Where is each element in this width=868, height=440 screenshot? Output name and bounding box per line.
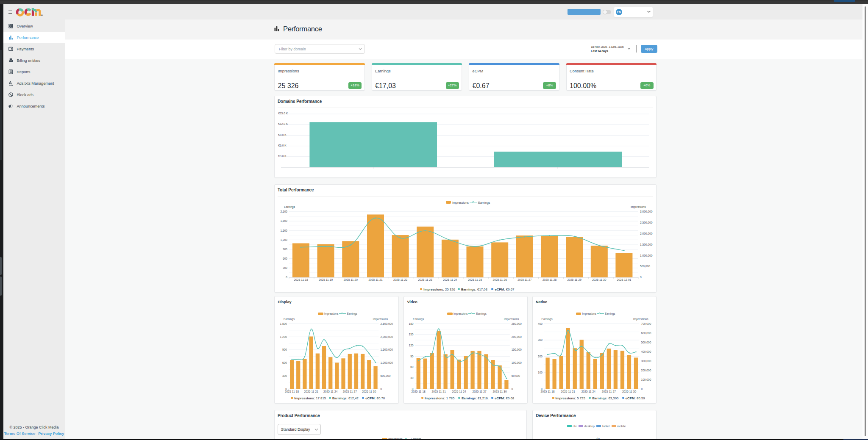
svg-text:2,100: 2,100 bbox=[280, 210, 287, 213]
svg-text:2025-11-29: 2025-11-29 bbox=[568, 278, 582, 281]
svg-text:3,000,000: 3,000,000 bbox=[640, 210, 653, 213]
svg-text:90: 90 bbox=[410, 355, 414, 358]
svg-text:2025-11-18: 2025-11-18 bbox=[294, 278, 308, 281]
svg-text:50,000: 50,000 bbox=[512, 374, 520, 377]
svg-text:2025-11-18: 2025-11-18 bbox=[412, 390, 426, 393]
svg-text:300: 300 bbox=[537, 338, 542, 341]
svg-text:€3.0 K: €3.0 K bbox=[278, 155, 287, 158]
svg-text:2,000,000: 2,000,000 bbox=[640, 232, 653, 235]
svg-text:30: 30 bbox=[410, 376, 414, 379]
svg-text:200,000: 200,000 bbox=[641, 369, 651, 372]
svg-text:2025-11-30: 2025-11-30 bbox=[622, 390, 636, 393]
svg-text:2025-11-21: 2025-11-21 bbox=[368, 278, 383, 281]
svg-text:900: 900 bbox=[282, 348, 287, 351]
svg-text:2025-11-27: 2025-11-27 bbox=[517, 278, 532, 281]
svg-text:600: 600 bbox=[282, 361, 287, 364]
svg-text:1,000,000: 1,000,000 bbox=[381, 361, 393, 364]
svg-text:0: 0 bbox=[512, 387, 513, 390]
svg-text:1,200: 1,200 bbox=[280, 335, 287, 338]
svg-text:2025-11-18: 2025-11-18 bbox=[285, 390, 299, 393]
svg-text:2025-12-01: 2025-12-01 bbox=[617, 278, 632, 281]
svg-text:1,500,000: 1,500,000 bbox=[640, 243, 653, 246]
svg-text:150: 150 bbox=[409, 333, 413, 336]
svg-text:€12.0 K: €12.0 K bbox=[278, 122, 288, 125]
svg-text:2025-11-18: 2025-11-18 bbox=[540, 390, 555, 393]
svg-text:2025-11-28: 2025-11-28 bbox=[542, 278, 557, 281]
svg-text:2025-11-21: 2025-11-21 bbox=[432, 390, 446, 393]
svg-text:2025-11-21: 2025-11-21 bbox=[561, 390, 575, 393]
svg-text:120: 120 bbox=[409, 344, 413, 347]
svg-text:2025-11-21: 2025-11-21 bbox=[304, 390, 319, 393]
svg-text:600: 600 bbox=[283, 257, 287, 260]
svg-text:2025-11-24: 2025-11-24 bbox=[323, 390, 338, 393]
svg-text:400,000: 400,000 bbox=[641, 350, 651, 353]
svg-text:180: 180 bbox=[409, 322, 413, 325]
svg-text:1,500: 1,500 bbox=[280, 322, 287, 325]
svg-text:60: 60 bbox=[410, 365, 414, 368]
svg-text:2025-11-24: 2025-11-24 bbox=[581, 390, 595, 393]
svg-text:2,000,000: 2,000,000 bbox=[381, 335, 393, 338]
svg-text:200: 200 bbox=[537, 355, 542, 358]
svg-text:1,500,000: 1,500,000 bbox=[381, 348, 393, 351]
svg-text:600,000: 600,000 bbox=[641, 332, 651, 335]
svg-text:250,000: 250,000 bbox=[512, 322, 522, 325]
svg-text:500,000: 500,000 bbox=[641, 341, 651, 344]
svg-text:0: 0 bbox=[381, 387, 382, 390]
svg-text:0: 0 bbox=[286, 276, 287, 279]
svg-text:2025-11-22: 2025-11-22 bbox=[393, 278, 408, 281]
svg-text:400: 400 bbox=[537, 322, 542, 325]
svg-text:€6.0 K: €6.0 K bbox=[278, 144, 287, 147]
svg-text:300: 300 bbox=[283, 266, 287, 269]
svg-text:300,000: 300,000 bbox=[641, 360, 651, 363]
svg-text:2025-11-20: 2025-11-20 bbox=[344, 278, 358, 281]
svg-text:200,000: 200,000 bbox=[512, 335, 522, 338]
svg-text:2025-11-27: 2025-11-27 bbox=[343, 390, 357, 393]
svg-text:€9.0 K: €9.0 K bbox=[278, 133, 287, 136]
svg-text:2025-11-25: 2025-11-25 bbox=[468, 278, 482, 281]
svg-text:1,200: 1,200 bbox=[280, 238, 287, 241]
svg-text:2,500,000: 2,500,000 bbox=[381, 322, 393, 325]
svg-text:900: 900 bbox=[283, 248, 287, 251]
svg-text:500,000: 500,000 bbox=[381, 374, 391, 377]
svg-text:€15.0 K: €15.0 K bbox=[278, 112, 288, 115]
svg-text:700,000: 700,000 bbox=[641, 322, 651, 325]
svg-text:1,800: 1,800 bbox=[280, 219, 287, 222]
svg-text:2025-11-24: 2025-11-24 bbox=[452, 390, 466, 393]
svg-text:2025-11-27: 2025-11-27 bbox=[472, 390, 487, 393]
svg-text:2025-11-30: 2025-11-30 bbox=[592, 278, 606, 281]
svg-text:1,500: 1,500 bbox=[280, 229, 287, 232]
svg-text:150,000: 150,000 bbox=[512, 348, 522, 351]
svg-text:300: 300 bbox=[282, 374, 287, 377]
svg-text:100,000: 100,000 bbox=[641, 378, 651, 381]
svg-text:100: 100 bbox=[537, 371, 542, 374]
svg-text:2,500,000: 2,500,000 bbox=[640, 221, 653, 224]
svg-text:100,000: 100,000 bbox=[512, 361, 522, 364]
svg-text:0: 0 bbox=[640, 276, 642, 279]
svg-text:2025-11-30: 2025-11-30 bbox=[362, 390, 376, 393]
svg-text:2025-11-19: 2025-11-19 bbox=[319, 278, 333, 281]
svg-text:2025-11-27: 2025-11-27 bbox=[601, 390, 616, 393]
svg-text:2025-11-26: 2025-11-26 bbox=[493, 278, 507, 281]
svg-text:2025-11-24: 2025-11-24 bbox=[443, 278, 457, 281]
svg-text:2025-11-30: 2025-11-30 bbox=[492, 390, 507, 393]
svg-text:1,000,000: 1,000,000 bbox=[640, 254, 653, 257]
svg-text:2025-11-23: 2025-11-23 bbox=[418, 278, 433, 281]
svg-text:500,000: 500,000 bbox=[640, 265, 650, 268]
svg-text:0: 0 bbox=[641, 387, 643, 390]
